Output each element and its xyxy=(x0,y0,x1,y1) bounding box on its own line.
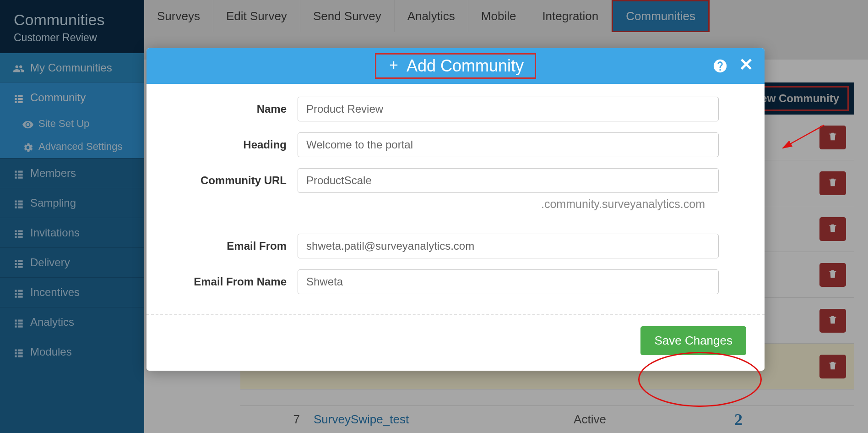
heading-label: Heading xyxy=(165,138,298,151)
email-name-label: Email From Name xyxy=(165,275,298,288)
close-icon[interactable]: ✕ xyxy=(739,55,754,75)
heading-input[interactable] xyxy=(298,132,719,157)
modal-header: Add Community ✕ xyxy=(146,48,765,84)
url-label: Community URL xyxy=(165,174,298,187)
modal-footer: Save Changes xyxy=(146,314,765,371)
email-from-label: Email From xyxy=(165,240,298,252)
email-from-input[interactable] xyxy=(298,234,719,258)
modal-body: Name Heading Community URL .community.su… xyxy=(146,84,765,314)
plus-icon xyxy=(387,56,400,76)
add-community-modal: Add Community ✕ Name Heading Community U… xyxy=(146,48,765,371)
save-changes-button[interactable]: Save Changes xyxy=(640,326,746,355)
name-input[interactable] xyxy=(298,97,719,121)
url-input[interactable] xyxy=(298,168,719,193)
help-icon[interactable] xyxy=(712,58,728,74)
name-label: Name xyxy=(165,103,298,115)
email-name-input[interactable] xyxy=(298,269,719,294)
url-suffix: .community.surveyanalytics.com xyxy=(541,197,705,211)
modal-title: Add Community xyxy=(375,53,536,79)
